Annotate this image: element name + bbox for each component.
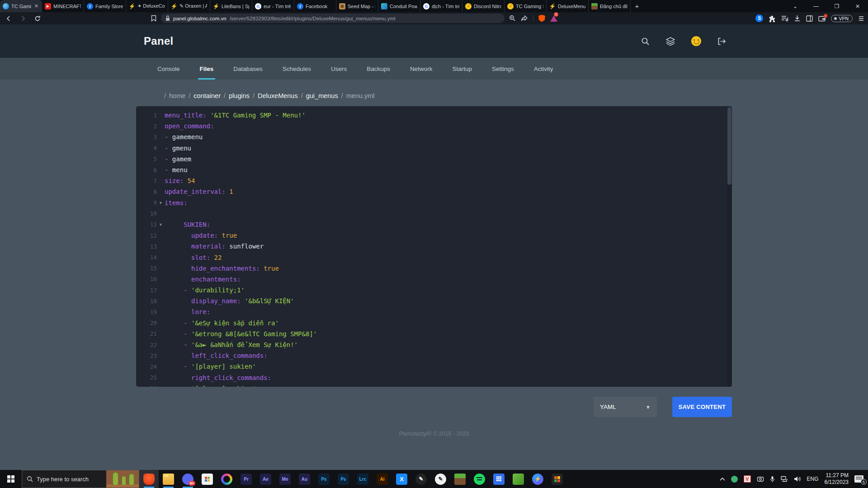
nav-tab-users[interactable]: Users [323,58,355,80]
code-line-15[interactable]: 15 hide_enchantments: true [136,263,732,274]
code-line-12[interactable]: 12 update: true [136,230,732,241]
code-line-18[interactable]: 18 display_name: '&b&lSỰ KIỆN' [136,296,732,306]
taskbar-media-encoder-icon[interactable]: Me [275,470,295,488]
browser-tab[interactable]: Conduit Powe [378,0,420,12]
code-line-16[interactable]: 16 enchantments: [136,274,732,285]
fold-caret-icon[interactable]: ▼ [157,222,165,227]
code-line-17[interactable]: 17 - 'durability;1' [136,285,732,296]
panel-search-icon[interactable] [641,37,650,46]
sidebar-icon[interactable] [806,15,813,22]
fold-caret-icon[interactable]: ▼ [157,201,165,205]
code-editor[interactable]: 1menu_title: '&1TC Gaming SMP - Menu!'2o… [136,106,732,387]
wallet-icon[interactable] [818,15,826,22]
code-line-13[interactable]: 13 material: sunflower [136,241,732,252]
brave-shield-icon[interactable] [538,15,545,22]
code-line-8[interactable]: 8update_interval: 1 [136,186,732,197]
browser-tab[interactable]: ▦ Seed Map - M [336,0,378,12]
browser-tab[interactable]: ▶ MINECRAFT | [42,0,84,12]
taskbar-adobe-creative-cloud-icon[interactable] [217,470,236,488]
adblock-extension-icon[interactable]: 1 [550,15,557,22]
taskbar-x-blue-app-icon[interactable]: X [392,470,411,488]
nav-tab-databases[interactable]: Databases [225,58,271,80]
taskbar-audition-icon[interactable]: Au [295,470,314,488]
tray-clock[interactable]: 11:27 PM 6/12/2023 [825,472,849,486]
maximize-button[interactable]: ❐ [826,0,847,12]
forward-icon[interactable] [18,15,28,22]
new-tab-button[interactable]: + [631,0,643,12]
code-line-21[interactable]: 21 - '&etrong &8[&e&lTC Gaming SMP&8]' [136,328,732,339]
taskbar-spotify-icon[interactable] [470,470,489,488]
tray-screen-record-icon[interactable] [757,476,764,482]
panel-title[interactable]: Panel [144,35,174,47]
nav-tab-schedules[interactable]: Schedules [274,58,319,80]
tray-language-label[interactable]: ENG [807,476,819,482]
browser-tab[interactable]: f Facebook [294,0,336,12]
taskbar-dark-sketch-app-icon[interactable]: ✎ [411,470,431,488]
browser-tab[interactable]: ⚡ LiteBans | Spig [210,0,252,12]
tray-expand-chevron-icon[interactable] [720,477,725,481]
breadcrumb-home[interactable]: home [169,92,185,99]
browser-tab[interactable]: ᵕ̈ Discord Nitro [462,0,505,12]
logout-icon[interactable] [717,38,726,45]
browser-tab[interactable]: G eur - Tìm trên [252,0,294,12]
taskbar-discord-icon[interactable]: 9+ [178,470,198,488]
taskbar-brave-browser-icon[interactable] [139,470,159,488]
code-line-19[interactable]: 19 lore: [136,306,732,317]
taskbar-minecraft-launcher-icon[interactable] [450,470,470,488]
breadcrumb-DeluxeMenus[interactable]: DeluxeMenus [258,92,298,99]
code-line-10[interactable]: 10 [136,208,732,219]
code-line-1[interactable]: 1menu_title: '&1TC Gaming SMP - Menu!' [136,110,732,121]
code-line-2[interactable]: 2open_command: [136,121,732,131]
code-line-25[interactable]: 25 right_click_commands: [136,372,732,383]
taskbar-premiere-pro-icon[interactable]: Pr [236,470,256,488]
tab-search-button[interactable]: ⌄ [785,0,806,12]
vpn-button[interactable]: VPN [831,15,853,22]
zoom-icon[interactable] [509,15,516,22]
code-line-26[interactable]: 26 - '[player] sukien' [136,383,732,387]
browser-menu-icon[interactable] [858,15,864,22]
share-icon[interactable] [521,15,528,22]
tray-microphone-icon[interactable] [770,476,775,483]
extensions-puzzle-icon[interactable] [769,15,776,22]
taskbar-illustrator-icon[interactable]: Ai [373,470,392,488]
browser-tab[interactable]: ⚡ DeluxeMenus [547,0,589,12]
taskbar-search[interactable]: Type here to search [22,470,139,488]
shazam-extension-icon[interactable]: S [755,14,763,22]
nav-tab-backups[interactable]: Backups [359,58,398,80]
browser-tab[interactable]: TC Gamin✕ [0,0,42,12]
nav-tab-console[interactable]: Console [149,58,188,80]
taskbar-blue-grid-app-icon[interactable] [489,470,509,488]
tray-v-app-icon[interactable]: V [744,475,751,483]
code-line-6[interactable]: 6- menu [136,164,732,175]
scrollbar-thumb[interactable] [727,107,731,185]
close-window-button[interactable]: ✕ [847,0,868,12]
start-button[interactable] [0,470,22,488]
browser-tab[interactable]: ᵕ̈ TC Gaming Sh [505,0,547,12]
taskbar-color-tiles-app-icon[interactable] [547,470,567,488]
taskbar-pen-app-icon[interactable]: ✎ [431,470,450,488]
taskbar-microsoft-store-icon[interactable] [198,470,217,488]
code-line-9[interactable]: 9▼items: [136,197,732,208]
code-line-20[interactable]: 20 - '&eSự kiện sắp diễn ra' [136,318,732,328]
back-icon[interactable] [4,15,14,22]
code-line-11[interactable]: 11▼ SUKIEN: [136,219,732,230]
tray-network-icon[interactable] [781,476,788,482]
editor-scrollbar[interactable] [727,106,732,387]
breadcrumb-container[interactable]: container [193,92,221,99]
tray-green-app-icon[interactable] [731,476,738,483]
code-line-24[interactable]: 24 - '[player] sukien' [136,361,732,372]
code-line-5[interactable]: 5- gamem [136,154,732,164]
bookmark-icon[interactable] [151,15,156,22]
browser-tab[interactable]: ⚡ ✎ Oraxen | A [168,0,210,12]
code-line-22[interactable]: 22 - '&a► &aNhấn để Xem Sự Kiện!' [136,339,732,350]
browser-tab[interactable]: ⚡ ✦ DeluxeCom [126,0,168,12]
notification-center-icon[interactable]: 5 [854,475,863,483]
code-line-4[interactable]: 4- gmenu [136,143,732,154]
nav-tab-startup[interactable]: Startup [444,58,480,80]
browser-tab[interactable]: Đăng chủ đề | [589,0,631,12]
tray-speaker-icon[interactable] [794,476,801,482]
downloads-icon[interactable] [794,15,801,22]
taskbar-photoshop-icon[interactable]: Ps [314,470,334,488]
breadcrumb-gui_menus[interactable]: gui_menus [306,92,338,99]
code-line-3[interactable]: 3- gamemenu [136,131,732,142]
